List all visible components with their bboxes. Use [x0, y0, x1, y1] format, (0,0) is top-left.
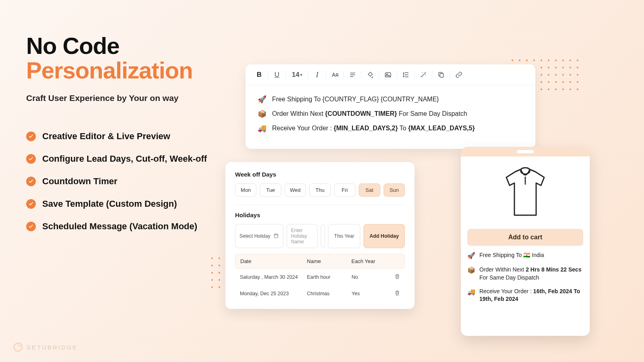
holiday-name-input[interactable]: Enter Holiday Name: [287, 224, 318, 248]
preview-text: Receive Your Order : 16th, Feb 2024 To 1…: [479, 288, 583, 303]
text: To: [398, 125, 408, 132]
select-label: Select Holiday: [239, 233, 270, 239]
editor-line: 📦 Order Within Next {COUNTDOWN_TIMER} Fo…: [258, 109, 523, 118]
headline-line2: Personalization: [26, 57, 235, 84]
font-size-select[interactable]: 14▾: [286, 68, 308, 81]
fill-color-button[interactable]: [361, 68, 379, 81]
feature-label: Scheduled Message (Vacation Mode): [42, 221, 197, 232]
col-date: Date: [240, 258, 307, 264]
spacing-button[interactable]: [397, 68, 415, 81]
cell-name: Christmas: [307, 291, 352, 296]
this-year-toggle[interactable]: This Year: [328, 224, 360, 248]
preview-line: 🚚 Receive Your Order : 16th, Feb 2024 To…: [467, 288, 583, 303]
text-case-button[interactable]: [326, 68, 344, 81]
day-toggle-wed[interactable]: Wed: [285, 183, 306, 197]
brand-logo-icon: [14, 343, 23, 352]
feature-label: Configure Lead Days, Cut-off, Week-off: [42, 154, 207, 164]
day-toggle-sun[interactable]: Sun: [384, 183, 405, 197]
tshirt-icon: [499, 165, 551, 221]
text: Receive Your Order :: [479, 288, 533, 294]
check-icon: [26, 199, 36, 209]
holidays-title: Holidays: [235, 212, 405, 218]
day-toggle-sat[interactable]: Sat: [359, 183, 380, 197]
col-name: Name: [307, 258, 351, 264]
delete-row-button[interactable]: [389, 290, 400, 297]
divider: [235, 205, 405, 205]
cell-each: Yes: [352, 291, 389, 296]
rocket-icon: 🚀: [258, 95, 266, 104]
flag-icon: 🇮🇳: [523, 252, 530, 258]
select-holiday-dropdown[interactable]: Select Holiday: [235, 224, 283, 248]
feature-label: Save Template (Custom Design): [42, 199, 177, 209]
check-icon: [26, 222, 36, 231]
feature-item: Scheduled Message (Vacation Mode): [26, 221, 235, 232]
editor-text: Free Shipping To {COUNTRY_FLAG} {COUNTRY…: [272, 96, 439, 103]
feature-item: Creative Editor & Live Preview: [26, 131, 235, 142]
feature-label: Countdown Timer: [42, 176, 118, 187]
col-each: Each Year: [351, 258, 388, 264]
editor-text: Receive Your Order : {MIN_LEAD_DAYS,2} T…: [272, 125, 475, 132]
calendar-icon: [273, 233, 279, 240]
svg-rect-2: [440, 74, 444, 77]
table-row: Saturday , March 30 2024Earth hourNo: [235, 269, 405, 285]
delete-row-button[interactable]: [389, 274, 400, 280]
day-toggle-mon[interactable]: Mon: [235, 183, 256, 197]
day-toggle-thu[interactable]: Thu: [309, 183, 330, 197]
text: Order Within Next: [272, 110, 325, 117]
day-toggle-fri[interactable]: Fri: [334, 183, 355, 197]
check-icon: [26, 154, 36, 164]
image-button[interactable]: [379, 68, 397, 81]
holidays-rows: Saturday , March 30 2024Earth hourNoMond…: [235, 269, 405, 302]
editor-body[interactable]: 🚀 Free Shipping To {COUNTRY_FLAG} {COUNT…: [246, 85, 535, 141]
copy-button[interactable]: [432, 68, 450, 81]
editor-text: Order Within Next {COUNTDOWN_TIMER} For …: [272, 110, 467, 117]
align-button[interactable]: [344, 68, 361, 81]
product-image: [461, 156, 590, 229]
feature-item: Countdown Timer: [26, 176, 235, 187]
add-holiday-button[interactable]: Add Holiday: [363, 224, 405, 248]
weekoff-title: Week off Days: [235, 171, 405, 178]
toggle-label: This Year: [334, 233, 354, 239]
preview-text: Free Shipping To 🇮🇳 India: [479, 251, 544, 260]
token: {COUNTDOWN_TIMER}: [325, 110, 397, 117]
truck-icon: 🚚: [467, 288, 475, 303]
check-icon: [26, 132, 36, 141]
feature-item: Save Template (Custom Design): [26, 199, 235, 209]
table-row: Monday, Dec 25 2023ChristmasYes: [235, 285, 405, 302]
text: Order Within Next: [479, 266, 526, 273]
magic-button[interactable]: [415, 68, 432, 81]
rocket-icon: 🚀: [467, 251, 475, 260]
token: {MAX_LEAD_DAYS,5}: [408, 125, 475, 132]
truck-icon: 🚚: [258, 124, 266, 133]
bold-button[interactable]: B: [250, 68, 268, 81]
check-icon: [26, 177, 36, 186]
editor-card: B U 14▾ I 🚀 Free Shipping To {COUNTRY_FL…: [246, 64, 535, 149]
brand-footer: SETUBRIDGE: [14, 343, 78, 352]
weekoff-days: MonTueWedThuFriSatSun: [235, 183, 405, 197]
preview-line: 🚀 Free Shipping To 🇮🇳 India: [467, 251, 583, 260]
add-to-cart-button[interactable]: Add to cart: [467, 229, 583, 246]
cell-date: Monday, Dec 25 2023: [240, 291, 307, 296]
text: Free Shipping To: [479, 252, 523, 258]
holidays-table-header: Date Name Each Year: [235, 254, 405, 269]
text: India: [530, 252, 544, 258]
preview-messages: 🚀 Free Shipping To 🇮🇳 India 📦 Order With…: [461, 251, 590, 309]
day-toggle-tue[interactable]: Tue: [260, 183, 281, 197]
underline-button[interactable]: U: [268, 68, 286, 81]
link-button[interactable]: [450, 68, 468, 81]
placeholder: Enter Holiday Name: [291, 228, 313, 245]
text: Receive Your Order :: [272, 125, 334, 132]
token: {MIN_LEAD_DAYS,2}: [334, 125, 398, 132]
italic-button[interactable]: I: [308, 68, 326, 81]
cell-each: No: [352, 274, 389, 280]
package-icon: 📦: [467, 266, 475, 282]
svg-point-5: [525, 181, 526, 182]
timer-value: 2 Hrs 8 Mins 22 Secs: [526, 266, 582, 273]
holiday-separator: [321, 224, 325, 248]
phone-notch: [461, 147, 590, 156]
preview-phone: Add to cart 🚀 Free Shipping To 🇮🇳 India …: [461, 147, 590, 336]
editor-line: 🚀 Free Shipping To {COUNTRY_FLAG} {COUNT…: [258, 95, 523, 104]
holiday-input-row: Select Holiday Enter Holiday Name This Y…: [235, 224, 405, 248]
editor-line: 🚚 Receive Your Order : {MIN_LEAD_DAYS,2}…: [258, 124, 523, 133]
text: For Same Day Dispatch: [397, 110, 467, 117]
